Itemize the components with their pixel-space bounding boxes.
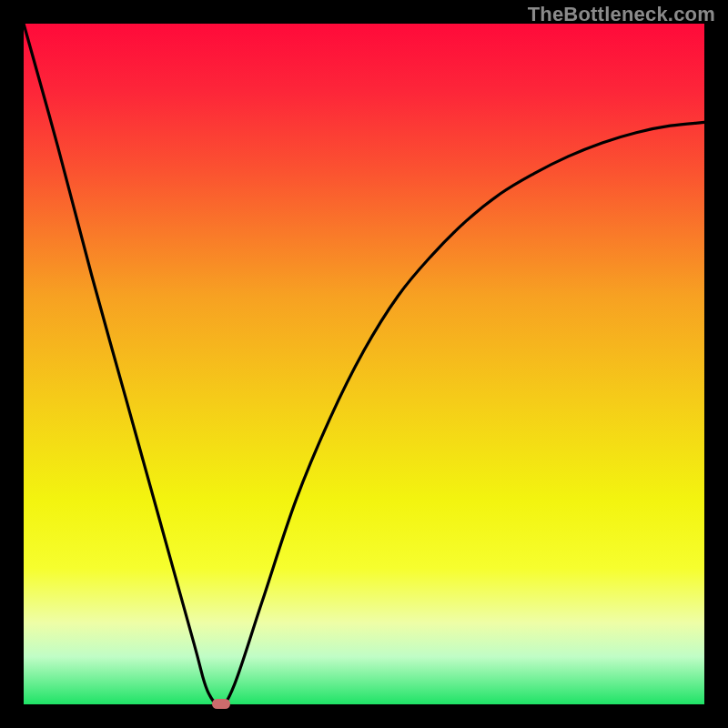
minimum-marker	[212, 699, 230, 709]
plot-area	[24, 24, 704, 704]
bottleneck-curve	[24, 24, 704, 704]
chart-frame: TheBottleneck.com	[0, 0, 728, 728]
watermark-text: TheBottleneck.com	[528, 3, 715, 26]
